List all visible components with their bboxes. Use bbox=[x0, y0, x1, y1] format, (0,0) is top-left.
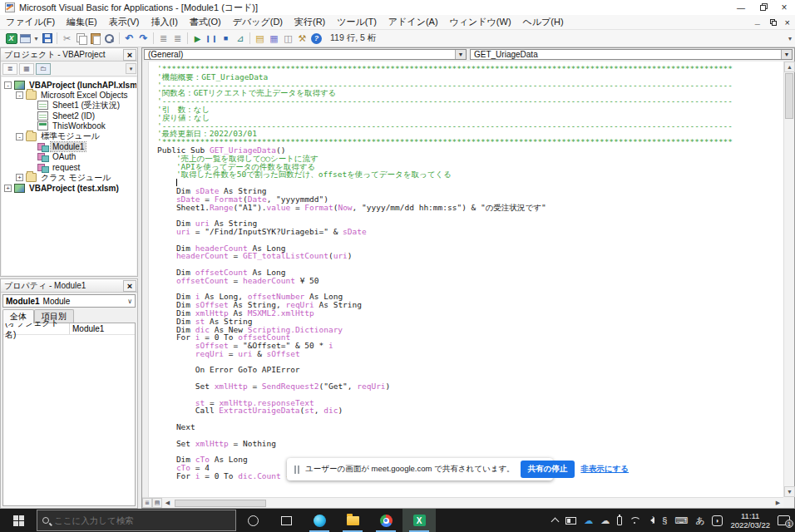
connection-icon[interactable]: § bbox=[662, 515, 667, 525]
insert-dropdown-icon[interactable]: ▾ bbox=[32, 32, 40, 46]
full-module-view-button[interactable]: ▤ bbox=[152, 498, 162, 508]
tree-item[interactable]: Sheet2 (ID) bbox=[2, 111, 136, 121]
project-explorer-icon[interactable]: ▤ bbox=[253, 32, 267, 46]
menu-item[interactable]: 挿入(I) bbox=[145, 15, 183, 29]
find-icon[interactable] bbox=[104, 33, 115, 44]
toggle-folders-button[interactable]: 🗀 bbox=[36, 63, 51, 75]
help-icon[interactable]: ? bbox=[311, 33, 322, 44]
tab-alphabetic[interactable]: 全体 bbox=[2, 309, 34, 323]
taskbar-search[interactable] bbox=[37, 510, 236, 531]
volume-icon[interactable] bbox=[647, 517, 654, 524]
menu-item[interactable]: ファイル(F) bbox=[0, 15, 61, 29]
menu-item[interactable]: 表示(V) bbox=[103, 15, 146, 29]
property-row[interactable]: (オブジェクト名)Module1 bbox=[3, 323, 135, 335]
paste-icon[interactable] bbox=[91, 33, 101, 44]
toolbar-overflow-icon[interactable]: ▾ bbox=[788, 35, 792, 42]
taskbar-taskview-button[interactable] bbox=[269, 509, 303, 532]
project-toolbar-scroll-icon[interactable]: ▾ bbox=[126, 63, 136, 74]
tree-expand-icon[interactable]: - bbox=[16, 133, 23, 140]
procedure-dropdown-arrow-icon[interactable]: ▼ bbox=[781, 50, 792, 59]
copy-icon[interactable] bbox=[77, 33, 86, 44]
insert-userform-icon[interactable] bbox=[20, 34, 31, 43]
view-excel-icon[interactable]: X bbox=[6, 33, 17, 44]
properties-window-icon[interactable]: ▦ bbox=[267, 32, 281, 46]
vertical-scroll-thumb[interactable] bbox=[785, 73, 793, 119]
stop-sharing-button[interactable]: 共有の停止 bbox=[521, 461, 575, 478]
pause-share-icon[interactable] bbox=[294, 466, 299, 474]
menu-item[interactable]: ヘルプ(H) bbox=[517, 15, 570, 29]
tree-expand-icon[interactable]: - bbox=[4, 81, 12, 89]
menu-item[interactable]: アドイン(A) bbox=[383, 15, 444, 29]
taskbar-clock[interactable]: 11:11 2022/03/22 bbox=[730, 511, 770, 530]
object-selector[interactable]: Module1 Module ∨ bbox=[2, 294, 136, 308]
restore-button[interactable] bbox=[752, 0, 773, 15]
scroll-up-icon[interactable]: ▲ bbox=[784, 62, 795, 72]
menu-item[interactable]: デバッグ(D) bbox=[227, 15, 289, 29]
scroll-left-icon[interactable]: ◀ bbox=[162, 498, 173, 509]
code-editor[interactable]: '***************************************… bbox=[142, 62, 783, 497]
menu-item[interactable]: 書式(O) bbox=[184, 15, 227, 29]
tree-item[interactable]: +VBAProject (test.xlsm) bbox=[2, 183, 136, 193]
taskbar-excel-button[interactable]: X bbox=[402, 509, 436, 532]
menu-item[interactable]: 編集(E) bbox=[61, 15, 103, 29]
tree-item[interactable]: -VBAProject (lunchAPI.xlsm) bbox=[2, 80, 136, 90]
hide-notification-link[interactable]: 非表示にする bbox=[580, 464, 629, 475]
usb-device-icon[interactable] bbox=[617, 516, 622, 525]
search-input[interactable] bbox=[54, 515, 204, 525]
project-panel-close-icon[interactable]: × bbox=[123, 49, 136, 61]
vertical-scrollbar[interactable]: ▲ ▼ bbox=[783, 62, 794, 497]
tree-item[interactable]: Sheet1 (受注状況) bbox=[2, 101, 136, 111]
object-dropdown-arrow-icon[interactable]: ▼ bbox=[455, 50, 466, 59]
view-code-button[interactable]: ≣ bbox=[2, 63, 17, 75]
menu-item[interactable]: 実行(R) bbox=[289, 15, 331, 29]
action-center-icon[interactable]: 1 bbox=[778, 515, 790, 525]
view-object-button[interactable]: ▦ bbox=[19, 63, 34, 75]
night-mode-icon[interactable]: ◗ bbox=[712, 515, 723, 526]
tree-item[interactable]: -標準モジュール bbox=[2, 131, 136, 141]
cloud-sync-icon[interactable]: ☁ bbox=[600, 515, 610, 526]
tree-item[interactable]: request bbox=[2, 162, 136, 172]
object-browser-icon[interactable]: ◫ bbox=[281, 32, 295, 46]
tree-item[interactable]: +クラス モジュール bbox=[2, 173, 136, 183]
touch-keyboard-icon[interactable]: ⌨ bbox=[674, 515, 688, 526]
cut-icon[interactable]: ✂ bbox=[60, 32, 74, 46]
scroll-right-icon[interactable]: ▶ bbox=[773, 498, 783, 509]
child-minimize-button[interactable]: ＿ bbox=[754, 17, 762, 27]
taskbar-explorer-button[interactable] bbox=[336, 509, 369, 532]
horizontal-scroll-thumb[interactable] bbox=[175, 500, 266, 507]
indent-icon[interactable]: ≣ bbox=[156, 32, 170, 46]
redo-icon[interactable]: ↷ bbox=[136, 32, 151, 46]
menu-item[interactable]: ウィンドウ(W) bbox=[444, 15, 517, 29]
wifi-icon[interactable] bbox=[630, 517, 639, 525]
tree-expand-icon[interactable]: + bbox=[4, 185, 12, 192]
save-icon[interactable] bbox=[42, 33, 52, 43]
taskbar-cortana-button[interactable] bbox=[236, 509, 269, 532]
hidden-icons-chevron-icon[interactable] bbox=[552, 516, 558, 525]
properties-panel-header[interactable]: プロパティ - Module1 × bbox=[1, 279, 137, 293]
close-button[interactable]: × bbox=[773, 0, 795, 15]
horizontal-scrollbar[interactable]: ≣ ▤ ◀ ▶ bbox=[142, 497, 783, 508]
properties-panel-close-icon[interactable]: × bbox=[123, 280, 136, 292]
undo-icon[interactable]: ↶ bbox=[122, 32, 136, 46]
break-icon[interactable]: ❙❙ bbox=[205, 32, 219, 46]
minimize-button[interactable]: — bbox=[730, 0, 752, 15]
object-selector-dropdown-icon[interactable]: ∨ bbox=[125, 298, 135, 305]
procedure-view-button[interactable]: ≣ bbox=[142, 498, 152, 508]
child-restore-button[interactable] bbox=[770, 19, 777, 26]
ime-mode-icon[interactable]: あ bbox=[695, 515, 704, 527]
project-panel-header[interactable]: プロジェクト - VBAProject × bbox=[1, 48, 137, 62]
tree-expand-icon[interactable]: - bbox=[16, 91, 23, 99]
onedrive-icon[interactable]: ☁ bbox=[584, 515, 593, 526]
child-close-button[interactable]: × bbox=[785, 17, 790, 27]
tree-item[interactable]: ThisWorkbook bbox=[2, 121, 136, 131]
design-mode-icon[interactable]: ⊿ bbox=[233, 32, 247, 46]
toolbox-icon[interactable]: ⚒ bbox=[295, 32, 309, 46]
scroll-down-icon[interactable]: ▼ bbox=[784, 486, 795, 497]
tree-item[interactable]: OAuth bbox=[2, 152, 136, 162]
property-value[interactable]: Module1 bbox=[70, 324, 104, 333]
tree-item[interactable]: Module1 bbox=[2, 141, 136, 151]
menu-item[interactable]: ツール(T) bbox=[331, 15, 383, 29]
start-button[interactable] bbox=[0, 509, 37, 532]
reset-icon[interactable]: ■ bbox=[219, 32, 233, 46]
object-dropdown[interactable]: (General) ▼ bbox=[144, 49, 467, 60]
